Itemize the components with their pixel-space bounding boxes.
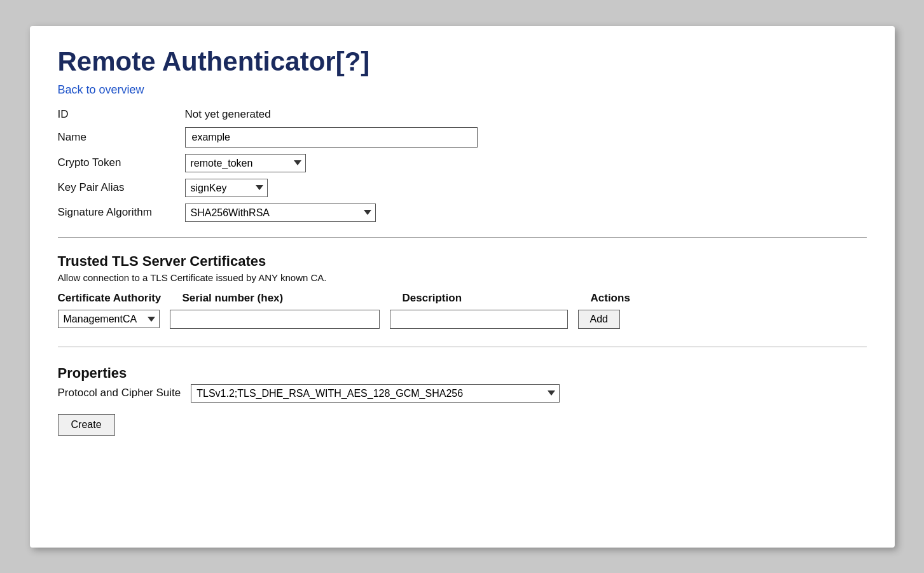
sig-algo-label: Signature Algorithm [58,206,185,219]
back-to-overview-link[interactable]: Back to overview [58,83,144,97]
divider-1 [58,237,867,238]
add-button[interactable]: Add [578,310,620,329]
page-title: Remote Authenticator[?] [58,46,867,77]
tls-section-subtext: Allow connection to a TLS Certificate is… [58,272,867,283]
keypair-label: Key Pair Alias [58,181,185,194]
id-row: ID Not yet generated [58,108,867,121]
name-row: Name [58,127,867,148]
divider-2 [58,347,867,347]
name-input[interactable] [185,127,478,148]
ca-select[interactable]: ManagementCA [58,310,160,328]
description-input[interactable] [390,310,568,329]
crypto-token-select[interactable]: remote_token [185,154,306,172]
crypto-token-row: Crypto Token remote_token [58,154,867,172]
id-value: Not yet generated [185,108,271,121]
main-window: Remote Authenticator[?] Back to overview… [30,26,895,548]
name-label: Name [58,131,185,144]
serial-input[interactable] [170,310,380,329]
col-header-serial: Serial number (hex) [183,292,392,305]
keypair-row: Key Pair Alias signKey [58,179,867,197]
protocol-select[interactable]: TLSv1.2;TLS_DHE_RSA_WITH_AES_128_GCM_SHA… [191,384,560,403]
tls-section: Trusted TLS Server Certificates Allow co… [58,253,867,329]
sig-algo-row: Signature Algorithm SHA256WithRSA [58,204,867,222]
tls-table-header: Certificate Authority Serial number (hex… [58,292,867,305]
crypto-token-label: Crypto Token [58,156,185,169]
col-header-desc: Description [403,292,581,305]
keypair-select[interactable]: signKey [185,179,268,197]
tls-section-heading: Trusted TLS Server Certificates [58,253,867,270]
col-header-ca: Certificate Authority [58,292,172,305]
create-button[interactable]: Create [58,414,115,436]
sig-algo-select[interactable]: SHA256WithRSA [185,204,376,222]
protocol-label: Protocol and Cipher Suite [58,387,181,399]
protocol-row: Protocol and Cipher Suite TLSv1.2;TLS_DH… [58,384,867,403]
col-header-actions: Actions [591,292,654,305]
properties-heading: Properties [58,365,867,382]
properties-section: Properties Protocol and Cipher Suite TLS… [58,365,867,436]
id-label: ID [58,108,185,121]
tls-table-data-row: ManagementCA Add [58,310,867,329]
